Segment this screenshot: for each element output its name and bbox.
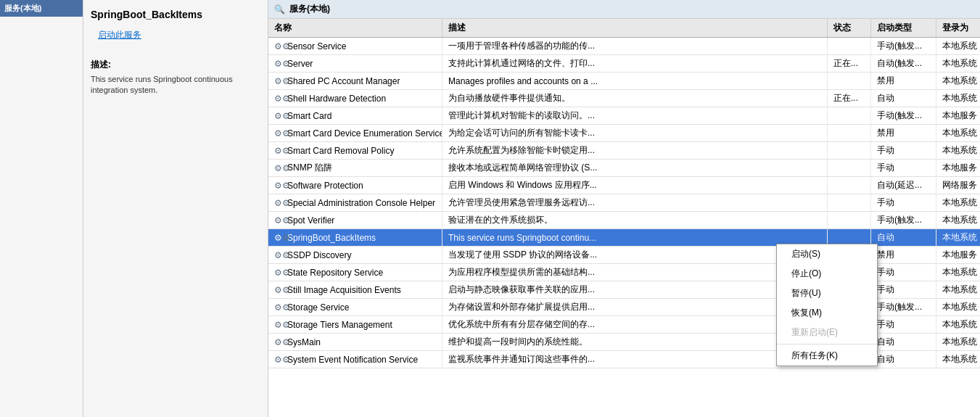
service-startup-cell: 自动(延迟... bbox=[871, 177, 936, 194]
services-table: 名称 描述 状态 启动类型 登录为 ⚙Sensor Service一项用于管理各… bbox=[268, 19, 980, 417]
service-desc-cell: 启用 Windows 和 Windows 应用程序... bbox=[442, 177, 828, 194]
service-login-cell: 本地系统 bbox=[936, 90, 980, 107]
service-login-cell: 本地系统 bbox=[936, 351, 980, 368]
service-name-cell: ⚙Software Protection bbox=[268, 177, 442, 194]
service-name-cell: ⚙Sensor Service bbox=[268, 38, 442, 54]
service-startup-cell: 手动 bbox=[871, 194, 936, 211]
service-status-cell bbox=[828, 107, 871, 124]
gear-icon: ⚙ bbox=[274, 215, 284, 226]
service-login-cell: 本地服务 bbox=[936, 247, 980, 263]
service-desc-cell: 为存储设置和外部存储扩展提供启用... bbox=[442, 299, 828, 315]
service-name-cell: ⚙SysMain bbox=[268, 334, 442, 350]
gear-icon: ⚙ bbox=[274, 268, 284, 278]
service-name-cell: ⚙Shell Hardware Detection bbox=[268, 90, 442, 107]
context-menu-separator bbox=[777, 344, 877, 344]
col-header-desc[interactable]: 描述 bbox=[442, 19, 828, 37]
left-panel-title: 服务(本地) bbox=[4, 4, 41, 12]
col-header-status[interactable]: 状态 bbox=[828, 19, 871, 37]
service-name-cell: ⚙Still Image Acquisition Events bbox=[268, 281, 442, 298]
service-desc-cell: 接收本地或远程简单网络管理协议 (S... bbox=[442, 160, 828, 176]
service-startup-cell: 手动 bbox=[871, 264, 936, 281]
service-startup-cell: 手动 bbox=[871, 281, 936, 298]
gear-icon: ⚙ bbox=[274, 233, 284, 243]
table-row[interactable]: ⚙SNMP 陷阱接收本地或远程简单网络管理协议 (S...手动本地服务 bbox=[268, 160, 980, 177]
col-header-name[interactable]: 名称 bbox=[268, 19, 442, 37]
context-menu-stop[interactable]: 停止(O) bbox=[777, 264, 877, 284]
service-login-cell: 本地系统 bbox=[936, 125, 980, 141]
service-desc-cell: 管理此计算机对智能卡的读取访问。... bbox=[442, 107, 828, 124]
service-login-cell: 本地系统 bbox=[936, 38, 980, 54]
service-name-cell: ⚙State Repository Service bbox=[268, 264, 442, 281]
service-login-cell: 本地系统 bbox=[936, 299, 980, 315]
service-status-cell bbox=[828, 160, 871, 176]
service-login-cell: 本地系统 bbox=[936, 194, 980, 211]
description-label: 描述: bbox=[91, 59, 260, 71]
gear-icon: ⚙ bbox=[274, 128, 284, 139]
table-row[interactable]: ⚙Software Protection启用 Windows 和 Windows… bbox=[268, 177, 980, 194]
service-status-cell: 正在... bbox=[828, 55, 871, 72]
gear-icon: ⚙ bbox=[274, 337, 284, 347]
service-startup-cell: 自动 bbox=[871, 351, 936, 368]
gear-icon: ⚙ bbox=[274, 285, 284, 295]
left-panel-content bbox=[0, 17, 83, 417]
service-login-cell: 本地服务 bbox=[936, 160, 980, 176]
left-panel: 服务(本地) bbox=[0, 0, 83, 417]
col-header-login[interactable]: 登录为 bbox=[936, 19, 980, 37]
gear-icon: ⚙ bbox=[274, 355, 284, 365]
table-row[interactable]: ⚙Smart Card Device Enumeration Service为给… bbox=[268, 125, 980, 142]
service-login-cell: 本地系统 bbox=[936, 264, 980, 281]
service-desc-cell: 启动与静态映像获取事件关联的应用... bbox=[442, 281, 828, 298]
context-menu-all-tasks[interactable]: 所有任务(K) bbox=[777, 346, 877, 366]
gear-icon: ⚙ bbox=[274, 76, 284, 86]
service-status-cell: 正在... bbox=[828, 90, 871, 107]
left-panel-header: 服务(本地) bbox=[0, 0, 83, 17]
service-desc-cell: 验证潜在的文件系统损坏。 bbox=[442, 212, 828, 228]
table-row[interactable]: ⚙Shared PC Account ManagerManages profil… bbox=[268, 73, 980, 90]
service-startup-cell: 手动 bbox=[871, 142, 936, 159]
service-status-cell bbox=[828, 73, 871, 89]
service-status-cell bbox=[828, 142, 871, 159]
table-row[interactable]: ⚙Spot Verifier验证潜在的文件系统损坏。手动(触发...本地系统 bbox=[268, 212, 980, 229]
middle-panel: SpringBoot_BackItems 启动此服务 描述: This serv… bbox=[83, 0, 268, 417]
col-header-startup[interactable]: 启动类型 bbox=[871, 19, 936, 37]
service-login-cell: 本地系统 bbox=[936, 316, 980, 333]
start-service-link[interactable]: 启动此服务 bbox=[91, 28, 149, 41]
right-panel-title: 服务(本地) bbox=[289, 3, 330, 15]
gear-icon: ⚙ bbox=[274, 181, 284, 191]
gear-icon: ⚙ bbox=[274, 41, 284, 51]
table-row[interactable]: ⚙Shell Hardware Detection为自动播放硬件事件提供通知。正… bbox=[268, 90, 980, 107]
service-desc-cell: 维护和提高一段时间内的系统性能。 bbox=[442, 334, 828, 350]
table-row[interactable]: ⚙Smart Card Removal Policy允许系统配置为移除智能卡时锁… bbox=[268, 142, 980, 160]
table-row[interactable]: ⚙Special Administration Console Helper允许… bbox=[268, 194, 980, 212]
service-status-cell bbox=[828, 125, 871, 141]
service-startup-cell: 手动 bbox=[871, 316, 936, 333]
service-desc-cell: Manages profiles and accounts on a ... bbox=[442, 73, 828, 89]
description-text: This service runs Springboot continuous … bbox=[91, 74, 260, 96]
context-menu-pause[interactable]: 暂停(U) bbox=[777, 284, 877, 303]
service-desc-cell: 当发现了使用 SSDP 协议的网络设备... bbox=[442, 247, 828, 263]
service-login-cell: 本地系统 bbox=[936, 142, 980, 159]
description-section: 描述: This service runs Springboot continu… bbox=[83, 51, 268, 104]
service-desc-cell: 支持此计算机通过网络的文件、打印... bbox=[442, 55, 828, 72]
service-startup-cell: 手动(触发... bbox=[871, 299, 936, 315]
gear-icon: ⚙ bbox=[274, 59, 284, 69]
service-desc-cell: This service runs Springboot continu... bbox=[442, 229, 828, 246]
context-menu-start[interactable]: 启动(S) bbox=[777, 244, 877, 264]
table-row[interactable]: ⚙Sensor Service一项用于管理各种传感器的功能的传...手动(触发.… bbox=[268, 38, 980, 55]
table-row[interactable]: ⚙Smart Card管理此计算机对智能卡的读取访问。...手动(触发...本地… bbox=[268, 107, 980, 125]
service-startup-cell: 自动(触发... bbox=[871, 55, 936, 72]
table-header: 名称 描述 状态 启动类型 登录为 bbox=[268, 19, 980, 38]
service-name-cell: ⚙Smart Card Device Enumeration Service bbox=[268, 125, 442, 141]
service-startup-cell: 禁用 bbox=[871, 73, 936, 89]
table-row[interactable]: ⚙Server支持此计算机通过网络的文件、打印...正在...自动(触发...本… bbox=[268, 55, 980, 73]
context-menu-resume[interactable]: 恢复(M) bbox=[777, 303, 877, 323]
service-startup-cell: 自动 bbox=[871, 90, 936, 107]
service-login-cell: 本地系统 bbox=[936, 73, 980, 89]
service-name-cell: ⚙Spot Verifier bbox=[268, 212, 442, 228]
service-desc-cell: 为给定会话可访问的所有智能卡读卡... bbox=[442, 125, 828, 141]
gear-icon: ⚙ bbox=[274, 163, 284, 173]
service-status-cell bbox=[828, 177, 871, 194]
service-login-cell: 网络服务 bbox=[936, 177, 980, 194]
service-login-cell: 本地系统 bbox=[936, 281, 980, 298]
service-status-cell bbox=[828, 212, 871, 228]
